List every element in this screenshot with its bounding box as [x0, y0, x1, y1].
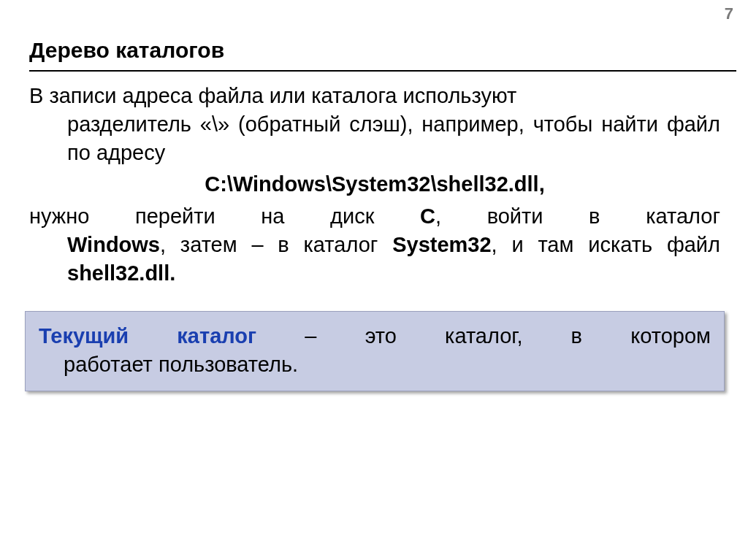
callout-line1-rest: – это каталог, в котором	[256, 324, 711, 348]
callout-line1: Текущий каталог – это каталог, в котором	[39, 322, 711, 350]
callout-line2: работает пользователь.	[39, 350, 711, 379]
p2-after-c: , войти в каталог	[435, 204, 720, 228]
p2-c: С	[420, 204, 435, 228]
p2-rest: Windows, затем – в каталог System32, и т…	[29, 231, 720, 288]
p1-line1: В записи адреса файла или каталога испол…	[29, 84, 516, 107]
p2-system32: System32	[392, 233, 491, 256]
callout-term: Текущий каталог	[39, 324, 256, 348]
p2-mid2: , и там искать файл	[492, 233, 720, 256]
slide: 7 Дерево каталогов В записи адреса файла…	[0, 0, 748, 560]
p2-mid1: , затем – в каталог	[160, 233, 392, 256]
slide-title: Дерево каталогов	[29, 38, 224, 63]
p2-windows: Windows	[67, 233, 160, 256]
page-number: 7	[725, 4, 733, 23]
title-underline	[29, 70, 736, 72]
p2-line1: нужно перейти на диск С, войти в каталог	[29, 202, 720, 231]
p2-shell: shell32.dll.	[67, 261, 175, 285]
body-text: В записи адреса файла или каталога испол…	[29, 82, 720, 288]
file-path: С:\Windows\System32\shell32.dll,	[29, 170, 720, 199]
definition-callout: Текущий каталог – это каталог, в котором…	[25, 311, 725, 391]
paragraph-1: В записи адреса файла или каталога испол…	[29, 82, 720, 167]
p2-lead: нужно перейти на диск	[29, 204, 420, 228]
p1-rest: разделитель «\» (обратный слэш), наприме…	[29, 110, 720, 167]
